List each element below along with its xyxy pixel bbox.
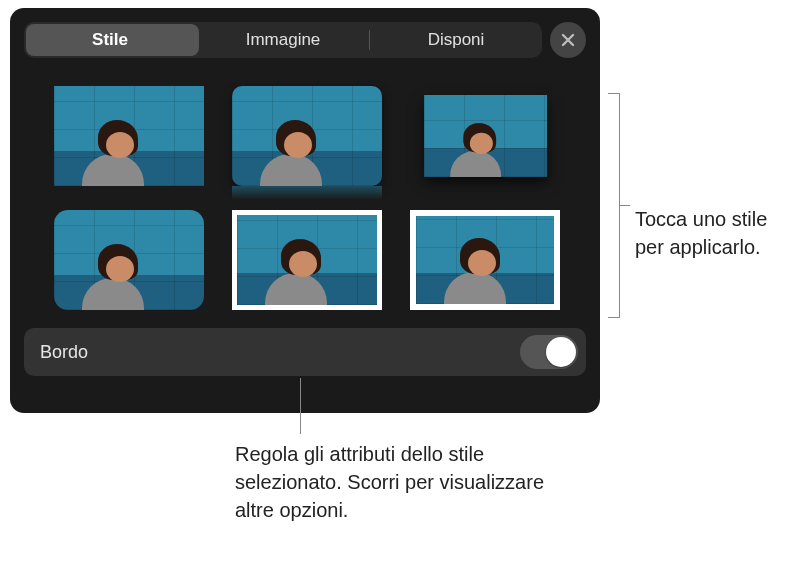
close-icon [560,32,576,48]
thumbnail-image [237,215,377,305]
format-tabs: Stile Immagine Disponi [24,22,542,58]
callout-grid-text: Tocca uno stile per applicarlo. [635,208,767,258]
person-silhouette [72,114,152,186]
callout-bracket-right [608,93,620,318]
tab-style-label: Stile [92,30,128,49]
callout-leader-bottom [300,378,301,434]
style-thumbnail-grid [10,58,600,320]
person-silhouette [442,118,508,177]
thumbnail-image [54,86,204,186]
tab-image[interactable]: Immagine [197,22,369,58]
person-silhouette [250,114,330,186]
tab-divider [369,30,370,50]
tab-style[interactable]: Stile [24,22,196,58]
panel-header: Stile Immagine Disponi [10,8,600,58]
tab-arrange[interactable]: Disponi [370,22,542,58]
close-button[interactable] [550,22,586,58]
border-row[interactable]: Bordo [24,328,586,376]
thumbnail-image [416,216,554,304]
style-thumb-white-border[interactable] [232,210,382,310]
style-thumb-small-shadow[interactable] [410,86,560,186]
switch-knob [546,337,576,367]
callout-controls-text: Regola gli attributi dello stile selezio… [235,443,544,521]
style-thumb-rounded[interactable] [54,210,204,310]
person-silhouette [255,233,335,305]
callout-grid: Tocca uno stile per applicarlo. [635,205,780,261]
border-switch[interactable] [520,335,578,369]
tab-arrange-label: Disponi [428,30,485,49]
tab-image-label: Immagine [246,30,321,49]
style-thumb-rounded-shadow[interactable] [232,86,382,186]
format-panel: Stile Immagine Disponi [10,8,600,413]
callout-controls: Regola gli attributi dello stile selezio… [235,440,565,524]
style-thumb-plain[interactable] [54,86,204,186]
callout-leader-right [620,205,630,206]
person-silhouette [434,232,514,304]
border-label: Bordo [40,342,88,363]
style-thumb-stacked-white[interactable] [410,210,560,310]
thumbnail-image [54,210,204,310]
thumbnail-image [424,95,547,177]
thumbnail-image [232,86,382,186]
person-silhouette [72,238,152,310]
